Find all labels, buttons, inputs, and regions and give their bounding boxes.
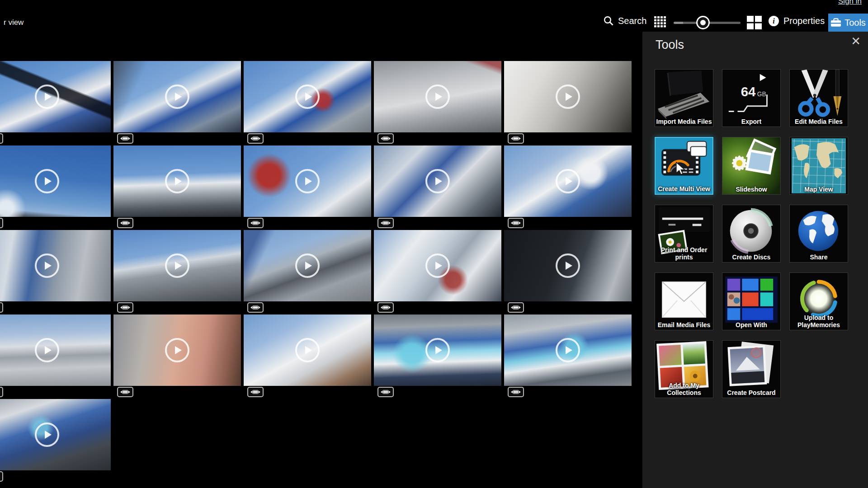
video-thumbnail[interactable]	[0, 230, 111, 301]
video-thumbnail[interactable]	[244, 61, 371, 132]
tool-tile-import-media-files[interactable]: Import Media Files	[655, 69, 713, 127]
tool-tile-label: Create Postcard	[723, 389, 780, 396]
tool-tile-label: Create Discs	[723, 253, 780, 261]
tool-tile-map-view[interactable]: Map View	[789, 137, 848, 195]
info-icon: i	[769, 16, 779, 26]
play-overlay-icon	[165, 84, 189, 109]
play-overlay-icon	[425, 169, 450, 193]
tools-button-label: Tools	[844, 18, 866, 28]
tool-tile-label: Import Media Files	[656, 118, 712, 125]
tools-panel-title: Tools	[656, 38, 684, 52]
play-overlay-icon	[425, 338, 450, 362]
tool-tile-label: Add to My Collections	[656, 382, 712, 396]
video-thumbnail[interactable]	[244, 230, 371, 301]
close-icon[interactable]: ✕	[851, 35, 861, 47]
video-thumbnail[interactable]	[113, 61, 241, 132]
film-strip-badge	[508, 133, 524, 144]
mouse-cursor	[675, 162, 686, 176]
film-strip-badge	[508, 387, 524, 397]
film-strip-badge	[0, 471, 3, 482]
tool-tile-open-with[interactable]: Open With	[722, 272, 781, 330]
tool-tile-add-to-my-collections[interactable]: Add to My Collections	[655, 340, 713, 398]
video-thumbnail[interactable]	[244, 314, 371, 386]
play-overlay-icon	[295, 84, 320, 109]
video-thumbnail[interactable]	[0, 314, 111, 386]
film-strip-badge	[117, 387, 133, 397]
film-strip-badge	[508, 302, 524, 313]
tool-tile-edit-media-files[interactable]: Edit Media Files	[789, 69, 848, 127]
properties-button[interactable]: i Properties	[769, 16, 825, 26]
video-thumbnail[interactable]	[0, 145, 111, 217]
tool-tile-label: Map View	[790, 186, 847, 193]
film-strip-badge	[0, 133, 3, 144]
video-thumbnail[interactable]	[374, 230, 501, 301]
play-overlay-icon	[165, 169, 189, 193]
video-thumbnail[interactable]	[504, 230, 632, 301]
video-thumbnail[interactable]	[244, 145, 371, 217]
search-label: Search	[618, 16, 646, 26]
video-thumbnail[interactable]	[374, 61, 501, 132]
film-strip-badge	[117, 218, 133, 228]
tool-tile-create-discs[interactable]: Create Discs	[722, 205, 781, 263]
play-overlay-icon	[295, 169, 320, 193]
grid-small-icon	[654, 16, 666, 28]
tool-tile-label: Upload to PlayMemories	[790, 314, 847, 328]
play-overlay-icon	[556, 338, 580, 362]
video-thumbnail[interactable]	[113, 314, 241, 386]
play-overlay-icon	[295, 338, 320, 362]
top-toolbar: r view Sign in Search i Prop	[0, 0, 868, 32]
tool-tile-label: Open With	[723, 321, 780, 328]
tool-tile-label: Export	[723, 118, 780, 125]
tools-panel: Tools ✕ Import Media Files 64 GB Export …	[642, 32, 868, 488]
film-strip-badge	[377, 218, 394, 228]
tool-tile-create-postcard[interactable]: Create Postcard	[722, 340, 781, 398]
tool-tile-share[interactable]: Share	[789, 205, 848, 263]
view-mode-label: r view	[4, 18, 24, 27]
tool-tile-label: Slideshow	[723, 186, 780, 193]
svg-text:GB: GB	[757, 91, 766, 98]
video-thumbnail[interactable]	[504, 314, 632, 386]
play-overlay-icon	[35, 84, 59, 109]
video-thumbnail[interactable]	[113, 145, 241, 217]
film-strip-badge	[117, 133, 133, 144]
video-thumbnail[interactable]	[0, 61, 111, 132]
video-thumbnail[interactable]	[504, 145, 632, 217]
video-thumbnail[interactable]	[374, 145, 501, 217]
search-button[interactable]: Search	[603, 15, 646, 27]
sign-in-link[interactable]: Sign in	[838, 0, 862, 6]
thumbnail-grid-large-button[interactable]	[747, 16, 762, 31]
video-thumbnail[interactable]	[113, 230, 241, 301]
tool-tile-label: Print and Order prints	[656, 246, 712, 261]
play-overlay-icon	[35, 338, 59, 362]
play-overlay-icon	[35, 253, 59, 278]
grid-large-icon	[747, 16, 762, 29]
play-overlay-icon	[556, 169, 580, 193]
tool-tile-export[interactable]: 64 GB Export	[722, 69, 781, 127]
tool-tile-email-media-files[interactable]: Email Media Files	[655, 272, 713, 330]
film-strip-badge	[377, 133, 394, 144]
play-overlay-icon	[556, 253, 580, 278]
film-strip-badge	[0, 218, 3, 228]
tool-tile-label: Share	[790, 253, 847, 261]
search-icon	[603, 15, 614, 27]
tool-tile-print-and-order-prints[interactable]: Print and Order prints	[655, 205, 713, 263]
play-overlay-icon	[35, 169, 59, 193]
zoom-slider-knob[interactable]	[696, 16, 710, 29]
video-thumbnail[interactable]	[0, 399, 111, 470]
film-strip-badge	[377, 387, 394, 397]
tools-button[interactable]: Tools	[828, 14, 868, 32]
film-strip-badge	[377, 302, 394, 313]
play-overlay-icon	[35, 422, 59, 447]
tool-tile-upload-to-playmemories[interactable]: Upload to PlayMemories	[789, 272, 848, 330]
film-strip-badge	[0, 302, 3, 313]
tool-tile-label: Create Multi View	[656, 185, 712, 192]
zoom-knob-dot	[700, 20, 706, 25]
video-thumbnail[interactable]	[374, 314, 501, 386]
tool-tile-slideshow[interactable]: Slideshow	[722, 137, 781, 195]
play-overlay-icon	[165, 338, 189, 362]
video-thumbnail[interactable]	[504, 61, 632, 132]
film-strip-badge	[508, 218, 524, 228]
play-overlay-icon	[556, 84, 580, 109]
thumbnail-grid-small-button[interactable]	[654, 16, 666, 29]
film-strip-badge	[247, 302, 264, 313]
